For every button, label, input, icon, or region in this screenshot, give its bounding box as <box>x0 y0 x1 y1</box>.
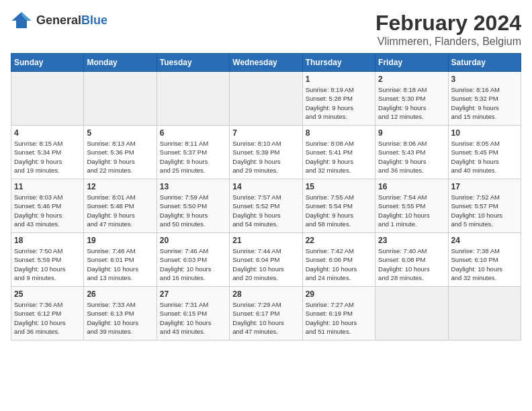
day-number: 5 <box>87 128 153 138</box>
day-number: 27 <box>160 289 226 299</box>
day-number: 29 <box>306 289 372 299</box>
day-info: Sunrise: 7:38 AM Sunset: 6:10 PM Dayligh… <box>451 246 518 282</box>
calendar-cell: 23Sunrise: 7:40 AM Sunset: 6:08 PM Dayli… <box>375 233 448 287</box>
day-info: Sunrise: 8:10 AM Sunset: 5:39 PM Dayligh… <box>232 139 299 175</box>
day-number: 16 <box>378 182 445 191</box>
day-info: Sunrise: 7:31 AM Sunset: 6:15 PM Dayligh… <box>160 300 226 336</box>
day-number: 28 <box>232 289 299 299</box>
day-info: Sunrise: 8:19 AM Sunset: 5:28 PM Dayligh… <box>306 85 372 121</box>
day-number: 10 <box>451 128 518 138</box>
calendar-cell: 17Sunrise: 7:52 AM Sunset: 5:57 PM Dayli… <box>448 179 521 233</box>
day-number: 6 <box>160 128 226 138</box>
day-number: 23 <box>378 236 445 245</box>
calendar-cell <box>448 287 521 340</box>
calendar-table: SundayMondayTuesdayWednesdayThursdayFrid… <box>11 53 521 340</box>
day-info: Sunrise: 8:01 AM Sunset: 5:48 PM Dayligh… <box>87 193 153 228</box>
day-number: 26 <box>87 289 153 299</box>
calendar-body: 1Sunrise: 8:19 AM Sunset: 5:28 PM Daylig… <box>11 72 521 340</box>
calendar-cell: 21Sunrise: 7:44 AM Sunset: 6:04 PM Dayli… <box>230 233 302 287</box>
logo-text: GeneralBlue <box>36 13 107 28</box>
month-title: February 2024 <box>375 11 521 36</box>
calendar-week-5: 25Sunrise: 7:36 AM Sunset: 6:12 PM Dayli… <box>11 287 521 340</box>
weekday-header-thursday: Thursday <box>302 54 375 72</box>
calendar-cell: 29Sunrise: 7:27 AM Sunset: 6:19 PM Dayli… <box>302 287 375 340</box>
calendar-cell: 2Sunrise: 8:18 AM Sunset: 5:30 PM Daylig… <box>375 72 448 126</box>
weekday-header-row: SundayMondayTuesdayWednesdayThursdayFrid… <box>11 54 521 72</box>
calendar-cell: 4Sunrise: 8:15 AM Sunset: 5:34 PM Daylig… <box>11 126 84 179</box>
day-number: 19 <box>87 236 153 245</box>
day-info: Sunrise: 8:03 AM Sunset: 5:46 PM Dayligh… <box>14 193 81 228</box>
day-number: 22 <box>306 236 372 245</box>
day-info: Sunrise: 7:54 AM Sunset: 5:55 PM Dayligh… <box>378 193 445 228</box>
day-info: Sunrise: 7:40 AM Sunset: 6:08 PM Dayligh… <box>378 246 445 282</box>
day-info: Sunrise: 8:08 AM Sunset: 5:41 PM Dayligh… <box>306 139 372 175</box>
day-number: 11 <box>14 182 81 191</box>
calendar-week-1: 1Sunrise: 8:19 AM Sunset: 5:28 PM Daylig… <box>11 72 521 126</box>
calendar-cell <box>230 72 302 126</box>
calendar-cell: 13Sunrise: 7:59 AM Sunset: 5:50 PM Dayli… <box>157 179 229 233</box>
day-info: Sunrise: 7:44 AM Sunset: 6:04 PM Dayligh… <box>232 246 299 282</box>
logo-general: General <box>36 13 81 27</box>
calendar-cell: 26Sunrise: 7:33 AM Sunset: 6:13 PM Dayli… <box>84 287 157 340</box>
calendar-cell: 10Sunrise: 8:05 AM Sunset: 5:45 PM Dayli… <box>448 126 521 179</box>
day-number: 3 <box>451 75 518 84</box>
weekday-header-tuesday: Tuesday <box>157 54 229 72</box>
day-number: 7 <box>232 128 299 138</box>
day-number: 2 <box>378 75 445 84</box>
weekday-header-wednesday: Wednesday <box>230 54 302 72</box>
calendar-cell <box>11 72 84 126</box>
day-number: 8 <box>306 128 372 138</box>
day-number: 4 <box>14 128 81 138</box>
day-info: Sunrise: 7:36 AM Sunset: 6:12 PM Dayligh… <box>14 300 81 336</box>
calendar-week-2: 4Sunrise: 8:15 AM Sunset: 5:34 PM Daylig… <box>11 126 521 179</box>
calendar-cell: 11Sunrise: 8:03 AM Sunset: 5:46 PM Dayli… <box>11 179 84 233</box>
day-info: Sunrise: 7:55 AM Sunset: 5:54 PM Dayligh… <box>306 193 372 228</box>
calendar-cell: 15Sunrise: 7:55 AM Sunset: 5:54 PM Dayli… <box>302 179 375 233</box>
calendar-cell: 9Sunrise: 8:06 AM Sunset: 5:43 PM Daylig… <box>375 126 448 179</box>
logo: GeneralBlue <box>11 11 107 30</box>
calendar-header: SundayMondayTuesdayWednesdayThursdayFrid… <box>11 54 521 72</box>
calendar-cell: 7Sunrise: 8:10 AM Sunset: 5:39 PM Daylig… <box>230 126 302 179</box>
calendar-cell: 24Sunrise: 7:38 AM Sunset: 6:10 PM Dayli… <box>448 233 521 287</box>
day-number: 13 <box>160 182 226 191</box>
calendar-cell: 28Sunrise: 7:29 AM Sunset: 6:17 PM Dayli… <box>230 287 302 340</box>
day-info: Sunrise: 8:05 AM Sunset: 5:45 PM Dayligh… <box>451 139 518 175</box>
weekday-header-friday: Friday <box>375 54 448 72</box>
day-number: 14 <box>232 182 299 191</box>
day-number: 1 <box>306 75 372 84</box>
day-number: 17 <box>451 182 518 191</box>
calendar-cell: 19Sunrise: 7:48 AM Sunset: 6:01 PM Dayli… <box>84 233 157 287</box>
weekday-header-sunday: Sunday <box>11 54 84 72</box>
day-info: Sunrise: 8:13 AM Sunset: 5:36 PM Dayligh… <box>87 139 153 175</box>
weekday-header-saturday: Saturday <box>448 54 521 72</box>
day-info: Sunrise: 7:57 AM Sunset: 5:52 PM Dayligh… <box>232 193 299 228</box>
calendar-cell <box>375 287 448 340</box>
calendar-cell: 16Sunrise: 7:54 AM Sunset: 5:55 PM Dayli… <box>375 179 448 233</box>
calendar-cell: 14Sunrise: 7:57 AM Sunset: 5:52 PM Dayli… <box>230 179 302 233</box>
day-info: Sunrise: 7:46 AM Sunset: 6:03 PM Dayligh… <box>160 246 226 282</box>
header: GeneralBlue February 2024 Vlimmeren, Fla… <box>11 11 521 48</box>
calendar-cell: 12Sunrise: 8:01 AM Sunset: 5:48 PM Dayli… <box>84 179 157 233</box>
calendar-cell <box>84 72 157 126</box>
day-info: Sunrise: 7:33 AM Sunset: 6:13 PM Dayligh… <box>87 300 153 336</box>
day-number: 15 <box>306 182 372 191</box>
day-number: 12 <box>87 182 153 191</box>
day-number: 9 <box>378 128 445 138</box>
calendar-cell: 20Sunrise: 7:46 AM Sunset: 6:03 PM Dayli… <box>157 233 229 287</box>
day-info: Sunrise: 7:27 AM Sunset: 6:19 PM Dayligh… <box>306 300 372 336</box>
calendar-cell: 1Sunrise: 8:19 AM Sunset: 5:28 PM Daylig… <box>302 72 375 126</box>
calendar-cell: 22Sunrise: 7:42 AM Sunset: 6:06 PM Dayli… <box>302 233 375 287</box>
day-info: Sunrise: 8:18 AM Sunset: 5:30 PM Dayligh… <box>378 85 445 121</box>
logo-blue: Blue <box>81 13 107 27</box>
day-number: 21 <box>232 236 299 245</box>
day-number: 25 <box>14 289 81 299</box>
logo-icon <box>11 11 32 30</box>
day-number: 18 <box>14 236 81 245</box>
day-info: Sunrise: 7:59 AM Sunset: 5:50 PM Dayligh… <box>160 193 226 228</box>
day-number: 20 <box>160 236 226 245</box>
calendar-cell: 6Sunrise: 8:11 AM Sunset: 5:37 PM Daylig… <box>157 126 229 179</box>
day-info: Sunrise: 8:06 AM Sunset: 5:43 PM Dayligh… <box>378 139 445 175</box>
day-info: Sunrise: 7:42 AM Sunset: 6:06 PM Dayligh… <box>306 246 372 282</box>
day-info: Sunrise: 7:52 AM Sunset: 5:57 PM Dayligh… <box>451 193 518 228</box>
day-info: Sunrise: 8:11 AM Sunset: 5:37 PM Dayligh… <box>160 139 226 175</box>
